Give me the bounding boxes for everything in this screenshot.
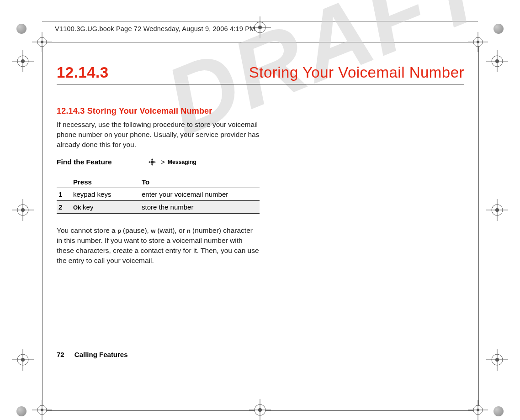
crop-target-icon <box>10 48 36 74</box>
svg-point-3 <box>41 41 43 43</box>
key-char: p <box>117 227 121 234</box>
svg-point-35 <box>21 358 25 362</box>
press-cell: keypad keys <box>71 188 140 201</box>
crop-target-icon <box>484 197 510 223</box>
corner-dot-icon <box>493 24 504 34</box>
table-header-row: Press To <box>57 176 260 188</box>
crop-target-icon <box>247 397 273 420</box>
subsection-heading: 12.14.3 Storing Your Voicemail Number <box>57 106 262 116</box>
svg-point-48 <box>150 161 154 164</box>
registration-mark-icon <box>32 400 52 420</box>
to-cell: enter your voicemail number <box>140 188 260 201</box>
crop-target-icon <box>10 347 36 373</box>
corner-dot-icon <box>493 406 504 416</box>
svg-point-23 <box>495 59 499 63</box>
chapter-name: Calling Features <box>74 351 128 358</box>
to-cell: store the number <box>140 201 260 214</box>
section-title: 12.14.3 Storing Your Voicemail Number <box>57 64 464 81</box>
note-paragraph: You cannot store a p (pause), w (wait), … <box>57 226 260 266</box>
svg-point-11 <box>41 409 43 411</box>
key-char: n <box>187 227 191 234</box>
svg-point-19 <box>21 59 25 63</box>
find-feature-label: Find the Feature <box>57 158 112 166</box>
intro-paragraph: If necessary, use the following procedur… <box>57 120 262 150</box>
svg-marker-49 <box>151 158 153 160</box>
path-separator: > <box>161 158 165 166</box>
registration-mark-icon <box>468 400 488 420</box>
page-footer: 72 Calling Features <box>57 351 128 358</box>
crop-target-icon <box>484 48 510 74</box>
svg-marker-50 <box>151 164 153 166</box>
table-row: 1 keypad keys enter your voicemail numbe… <box>57 188 260 201</box>
key-char: w <box>151 227 155 234</box>
section-number: 12.14.3 <box>57 64 109 81</box>
col-header-to: To <box>140 176 260 188</box>
svg-point-27 <box>21 208 25 212</box>
crop-target-icon <box>484 347 510 373</box>
svg-point-7 <box>477 41 479 43</box>
svg-point-47 <box>258 408 262 412</box>
key-name: Ok <box>73 204 81 211</box>
svg-point-31 <box>495 208 499 212</box>
svg-marker-52 <box>154 161 156 163</box>
section-title-text: Storing Your Voicemail Number <box>249 64 464 81</box>
table-row: 2 Ok key store the number <box>57 201 260 214</box>
col-header-press: Press <box>71 176 140 188</box>
corner-dot-icon <box>16 406 27 416</box>
press-to-table: Press To 1 keypad keys enter your voicem… <box>57 176 260 214</box>
menu-name: Messaging <box>168 159 196 165</box>
page-number: 72 <box>57 351 64 358</box>
find-feature-row: Find the Feature > Messaging <box>57 158 262 166</box>
book-header-text: V1100.3G.UG.book Page 72 Wednesday, Augu… <box>55 25 255 32</box>
svg-point-15 <box>477 409 479 411</box>
title-rule <box>57 84 464 84</box>
corner-dot-icon <box>16 24 27 34</box>
svg-point-43 <box>258 26 262 29</box>
crop-target-icon <box>10 197 36 223</box>
step-number: 1 <box>57 188 71 201</box>
step-number: 2 <box>57 201 71 214</box>
svg-marker-51 <box>149 161 150 163</box>
svg-point-39 <box>495 358 499 362</box>
navigation-key-icon <box>149 158 156 166</box>
press-cell: Ok key <box>71 201 140 214</box>
